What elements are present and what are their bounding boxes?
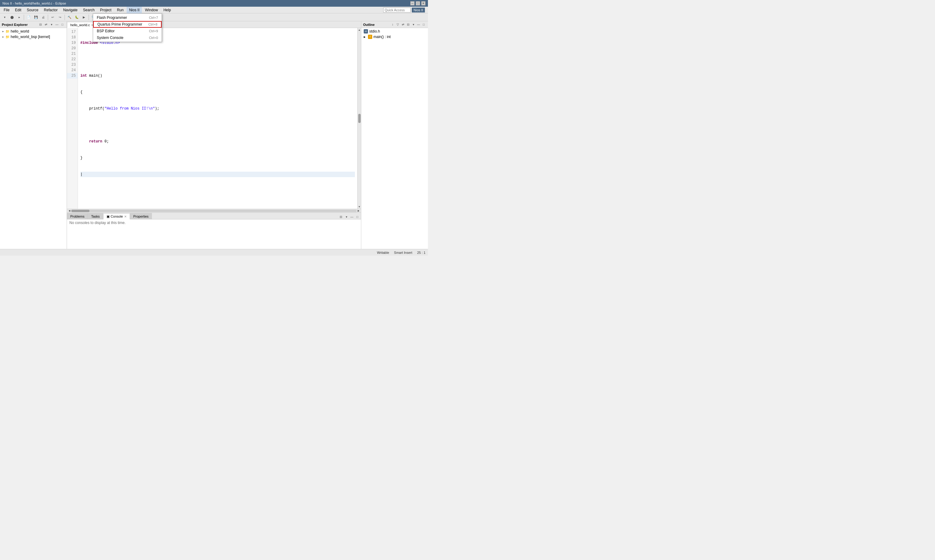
scrollbar-up-arrow[interactable]: ▲ [358, 29, 361, 31]
project-tree: ▸ 📁 hello_world ▸ 📁 hello_world_bsp [ker… [0, 28, 67, 249]
tree-item-hello-world[interactable]: ▸ 📁 hello_world [0, 29, 67, 34]
outline-header: Outline ↕ ▽ ⇌ ⊟ ▾ — □ [361, 21, 428, 28]
code-line-21: printf("Hello from Nios II!\n"); [80, 106, 355, 111]
menu-bar: File Edit Source Refactor Navigate Searc… [0, 7, 428, 13]
minimize-button[interactable]: ─ [410, 1, 415, 6]
outline-maximize-icon[interactable]: □ [421, 22, 426, 27]
menu-window[interactable]: Window [143, 7, 160, 13]
dropdown-flash-programmer[interactable]: Flash Programmer Ctrl+7 [93, 14, 161, 21]
tab-label: hello_world.c [70, 23, 90, 27]
editor-scrollbar-h[interactable]: ◀ ▶ [67, 209, 361, 212]
outline-item-main[interactable]: ▸ f main() : int [361, 34, 428, 40]
menu-edit[interactable]: Edit [12, 7, 24, 13]
outline-action-filter[interactable]: ▽ [395, 22, 400, 27]
code-line-20: { [80, 89, 355, 95]
minimize-panel-icon[interactable]: — [54, 22, 59, 27]
bsp-editor-shortcut: Ctrl+9 [149, 29, 158, 33]
explorer-menu-icon[interactable]: ▾ [49, 22, 54, 27]
tab-console-label: Console [111, 215, 123, 218]
line-numbers: 17 18 19 20 21 22 23 24 25 [67, 28, 78, 209]
window-title: Nios II - hello_world/hello_world.c - Ec… [2, 2, 66, 5]
dropdown-bsp-editor[interactable]: BSP Editor Ctrl+9 [93, 28, 161, 34]
menu-help[interactable]: Help [161, 7, 174, 13]
scrollbar-right-arrow[interactable]: ▶ [357, 209, 360, 213]
toolbar-btn-run[interactable]: ▶ [81, 14, 88, 21]
code-line-18 [80, 57, 355, 62]
toolbar-btn-2[interactable]: ⬤ [9, 14, 15, 21]
scrollbar-thumb-v[interactable] [358, 114, 361, 123]
tab-problems-label: Problems [70, 215, 84, 218]
outline-action-sync[interactable]: ⇌ [401, 22, 405, 27]
console-action-2[interactable]: ▾ [344, 214, 349, 219]
dropdown-system-console[interactable]: System Console Ctrl+0 [93, 34, 161, 41]
outline-minimize-icon[interactable]: — [416, 22, 421, 27]
tree-item-hello-world-bsp[interactable]: ▸ 📁 hello_world_bsp [kernel] [0, 34, 67, 40]
scrollbar-thumb-h[interactable] [71, 210, 89, 212]
folder-icon-hello-world: 📁 [6, 29, 10, 34]
flash-programmer-shortcut: Ctrl+7 [149, 16, 158, 20]
collapse-all-icon[interactable]: ⊟ [38, 22, 43, 27]
toolbar-btn-debug[interactable]: 🐛 [73, 14, 80, 21]
toolbar-btn-redo[interactable]: ↪ [57, 14, 63, 21]
menu-file[interactable]: File [1, 7, 12, 13]
editor-scrollbar-v[interactable]: ▲ ▼ [357, 28, 361, 209]
scrollbar-left-arrow[interactable]: ◀ [68, 209, 71, 213]
code-content[interactable]: #include <stdio.h> int main() { printf("… [78, 28, 357, 209]
outline-tree: H stdio.h ▸ f main() : int [361, 28, 428, 249]
line-num-21: 21 [67, 51, 78, 57]
tab-tasks[interactable]: Tasks [88, 213, 103, 219]
main-layout: Project Explorer ⊟ ⇌ ▾ — □ ▸ 📁 hello_wor… [0, 21, 428, 249]
maximize-button[interactable]: □ [416, 1, 420, 6]
toolbar-btn-undo[interactable]: ↩ [49, 14, 56, 21]
scrollbar-track-h[interactable] [71, 210, 357, 212]
code-line-23: return 0; [80, 139, 355, 144]
tab-properties[interactable]: Properties [130, 213, 152, 219]
toolbar-btn-1[interactable]: ▾ [1, 14, 8, 21]
console-action-1[interactable]: ⊟ [338, 214, 343, 219]
nios2-dropdown-menu: Flash Programmer Ctrl+7 Quartus Prime Pr… [93, 13, 162, 42]
toolbar-btn-3[interactable]: ▸ [16, 14, 23, 21]
dropdown-quartus-prime[interactable]: Quartus Prime Programmer Ctrl+8 [93, 21, 161, 28]
menu-refactor[interactable]: Refactor [42, 7, 60, 13]
toolbar-btn-save[interactable]: 💾 [32, 14, 39, 21]
line-num-23: 23 [67, 62, 78, 68]
menu-project[interactable]: Project [98, 7, 114, 13]
console-maximize-icon[interactable]: □ [355, 214, 360, 219]
nios2-badge: Nios II [412, 8, 425, 12]
quick-access-input[interactable] [383, 8, 411, 12]
status-bar: Writable Smart Insert 25 : 1 [0, 249, 428, 255]
link-with-editor-icon[interactable]: ⇌ [43, 22, 48, 27]
bsp-editor-label: BSP Editor [97, 29, 114, 33]
console-minimize-icon[interactable]: — [349, 214, 354, 219]
outline-action-menu[interactable]: ▾ [411, 22, 416, 27]
menu-run[interactable]: Run [114, 7, 126, 13]
tab-console[interactable]: ▣ Console ✕ [103, 213, 130, 220]
menu-navigate[interactable]: Navigate [61, 7, 80, 13]
scrollbar-down-arrow[interactable]: ▼ [358, 205, 361, 208]
outline-item-stdio[interactable]: H stdio.h [361, 29, 428, 34]
project-explorer-header: Project Explorer ⊟ ⇌ ▾ — □ [0, 21, 67, 28]
outline-action-sort[interactable]: ↕ [390, 22, 395, 27]
outline-panel: Outline ↕ ▽ ⇌ ⊟ ▾ — □ H stdio.h ▸ f main… [361, 21, 428, 249]
toolbar-btn-new[interactable]: 📄 [25, 14, 32, 21]
maximize-panel-icon[interactable]: □ [60, 22, 65, 27]
project-explorer-title: Project Explorer [2, 23, 28, 26]
line-num-22: 22 [67, 57, 78, 62]
folder-icon-hello-world-bsp: 📁 [6, 35, 10, 39]
tab-problems[interactable]: Problems [67, 213, 88, 219]
toolbar-btn-print[interactable]: 🖨 [40, 14, 46, 21]
code-line-22 [80, 122, 355, 128]
toolbar-btn-build[interactable]: 🔨 [66, 14, 73, 21]
code-line-24: } [80, 155, 355, 161]
menu-nios2[interactable]: Nios II [127, 7, 142, 13]
menu-source[interactable]: Source [25, 7, 41, 13]
outline-action-collapse[interactable]: ⊟ [406, 22, 411, 27]
editor-area[interactable]: 17 18 19 20 21 22 23 24 25 #include <std… [67, 28, 361, 209]
console-content: No consoles to display at this time. [67, 220, 361, 249]
menu-search[interactable]: Search [81, 7, 97, 13]
tab-console-close-icon[interactable]: ✕ [124, 215, 127, 218]
quartus-prime-label: Quartus Prime Programmer [97, 22, 142, 26]
toolbar-separator-1 [24, 15, 24, 20]
close-button[interactable]: ✕ [421, 1, 426, 6]
editor-tab-hello-world-c[interactable]: hello_world.c ✕ [67, 22, 97, 28]
